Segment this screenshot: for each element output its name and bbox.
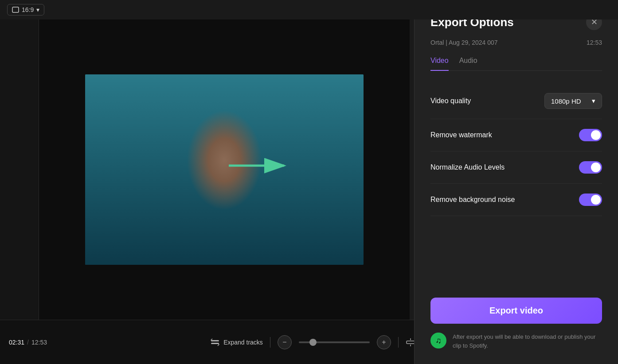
zoom-out-button[interactable]: −: [278, 335, 292, 349]
export-panel: Export Options ✕ Ortal | Aug 29, 2024 00…: [414, 0, 618, 364]
normalize-audio-row: Normalize Audio Levels: [430, 151, 602, 184]
quality-chevron: ▾: [592, 97, 595, 105]
timeline-divider-2: [398, 337, 399, 348]
option-section: Video quality 1080p HD ▾ Remove watermar…: [430, 83, 602, 285]
spotify-note-text: After export you will be able to downloa…: [453, 333, 602, 350]
spotify-icon: ♫: [430, 333, 446, 349]
normalize-audio-toggle[interactable]: [579, 161, 602, 174]
time-separator: /: [27, 339, 29, 346]
remove-bg-noise-row: Remove background noise: [430, 184, 602, 216]
project-time: 12:53: [587, 39, 602, 46]
project-name: Ortal | Aug 29, 2024 007: [430, 39, 498, 46]
expand-tracks-button[interactable]: Expand tracks: [210, 337, 263, 347]
svg-rect-0: [12, 7, 19, 12]
project-info: Ortal | Aug 29, 2024 007 12:53: [430, 39, 602, 46]
arrow-overlay: [224, 150, 295, 181]
expand-tracks-icon: [210, 337, 220, 347]
video-preview: [85, 74, 364, 265]
top-bar: 16:9 ▾: [0, 0, 618, 19]
remove-bg-noise-toggle[interactable]: [579, 194, 602, 206]
aspect-ratio-chevron: ▾: [36, 6, 39, 13]
aspect-ratio-selector[interactable]: 16:9 ▾: [7, 4, 44, 15]
remove-watermark-label: Remove watermark: [430, 131, 492, 139]
quality-selected: 1080p HD: [551, 97, 581, 105]
timeline-divider: [270, 337, 270, 348]
video-quality-label: Video quality: [430, 97, 471, 105]
svg-rect-5: [407, 341, 415, 344]
tabs: Video Audio: [430, 57, 602, 71]
tab-audio[interactable]: Audio: [459, 57, 477, 71]
spotify-info: ♫ After export you will be able to downl…: [430, 333, 602, 350]
tab-video[interactable]: Video: [430, 57, 449, 71]
timeline-thumb[interactable]: [309, 339, 317, 346]
video-quality-row: Video quality 1080p HD ▾: [430, 83, 602, 119]
remove-watermark-row: Remove watermark: [430, 119, 602, 151]
normalize-audio-label: Normalize Audio Levels: [430, 163, 505, 171]
aspect-ratio-icon: [12, 6, 19, 13]
zoom-in-button[interactable]: +: [377, 335, 391, 349]
left-sidebar: [0, 19, 39, 320]
time-display: 02:31 / 12:53: [9, 339, 47, 346]
quality-dropdown[interactable]: 1080p HD ▾: [544, 93, 602, 109]
export-video-button[interactable]: Export video: [430, 298, 602, 324]
timeline-scrubber[interactable]: [299, 341, 370, 343]
aspect-ratio-label: 16:9: [22, 6, 34, 13]
remove-bg-noise-label: Remove background noise: [430, 196, 515, 204]
total-time: 12:53: [31, 339, 47, 346]
expand-tracks-label: Expand tracks: [223, 339, 263, 346]
remove-watermark-toggle[interactable]: [579, 129, 602, 141]
current-time: 02:31: [9, 339, 24, 346]
video-area: [39, 19, 410, 320]
